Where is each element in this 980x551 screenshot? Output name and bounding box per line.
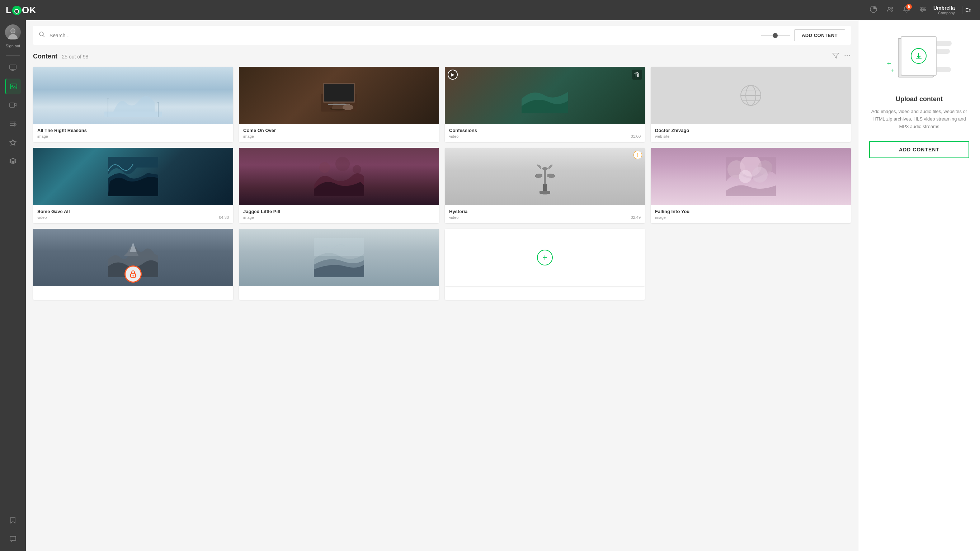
- card-info-1: All The Right Reasons image: [33, 124, 233, 142]
- notification-badge: 5: [906, 4, 912, 10]
- card-title-8: Falling Into You: [655, 209, 846, 214]
- svg-rect-16: [10, 103, 15, 107]
- card-type-4: web site: [655, 134, 669, 139]
- content-card-5[interactable]: Some Gave All video 04:30: [33, 148, 233, 223]
- avatar[interactable]: [5, 24, 21, 40]
- card-info-6: Jagged Little Pill image: [239, 205, 439, 223]
- svg-point-55: [133, 275, 134, 276]
- top-navigation: LOK 5 Umbrella Company En: [0, 0, 980, 20]
- svg-point-22: [40, 32, 43, 36]
- content-title: Content: [33, 53, 57, 60]
- svg-point-44: [353, 165, 361, 174]
- sidebar-item-bookmark[interactable]: [5, 512, 21, 528]
- card-overlay-7: !: [445, 148, 645, 205]
- sign-out-label[interactable]: Sign out: [6, 44, 20, 48]
- svg-line-23: [43, 35, 45, 37]
- card-thumbnail-10: [239, 229, 439, 286]
- delete-icon-3[interactable]: 🗑: [632, 70, 642, 80]
- sidebar-item-chat[interactable]: [5, 531, 21, 547]
- card-type-2: image: [243, 134, 254, 139]
- svg-point-10: [11, 29, 15, 33]
- svg-marker-24: [832, 53, 839, 58]
- content-card-9[interactable]: [33, 229, 233, 300]
- card-type-8: image: [655, 215, 666, 220]
- company-sub: Company: [933, 11, 955, 15]
- card-title-add: -: [449, 290, 641, 295]
- card-thumbnail-5: [33, 148, 233, 205]
- card-info-3: Confessions video 01:00: [445, 124, 645, 142]
- toolbar: ADD CONTENT: [33, 26, 851, 45]
- content-card-6[interactable]: Jagged Little Pill image: [239, 148, 439, 223]
- card-meta-6: image: [243, 215, 435, 220]
- settings-icon[interactable]: [917, 3, 929, 17]
- card-thumbnail-1: [33, 67, 233, 124]
- content-card-1[interactable]: All The Right Reasons image: [33, 67, 233, 142]
- warning-icon-7: !: [633, 151, 642, 159]
- content-card-2[interactable]: Come On Over image: [239, 67, 439, 142]
- svg-marker-21: [10, 140, 16, 145]
- svg-point-1: [888, 7, 890, 10]
- main-layout: Sign out: [0, 20, 980, 551]
- card-type-5: video: [37, 215, 47, 220]
- card-thumbnail-8: [651, 148, 851, 205]
- content-card-add[interactable]: + -: [445, 229, 645, 300]
- upload-plus-2: +: [891, 67, 894, 73]
- zoom-slider[interactable]: [761, 35, 790, 36]
- lock-icon-9: [124, 266, 142, 283]
- content-count: 25 out of 98: [62, 54, 88, 59]
- sidebar-item-playlist[interactable]: [5, 116, 21, 132]
- filter-icon[interactable]: [832, 52, 839, 61]
- notifications-icon[interactable]: 5: [900, 3, 913, 17]
- language-selector[interactable]: En: [962, 6, 974, 14]
- add-content-button[interactable]: ADD CONTENT: [794, 29, 845, 41]
- card-info-9: [33, 286, 233, 295]
- card-meta-4: web site: [655, 134, 846, 139]
- svg-point-42: [319, 162, 330, 173]
- add-content-big-button[interactable]: ADD CONTENT: [869, 141, 969, 158]
- search-input[interactable]: [49, 33, 757, 38]
- content-card-3[interactable]: ▶ 🗑 Confessions video 01:00: [445, 67, 645, 142]
- card-thumbnail-6: [239, 148, 439, 205]
- users-icon[interactable]: [884, 3, 896, 17]
- card-type-7: video: [449, 215, 458, 220]
- avatar-image: [5, 24, 21, 40]
- company-selector[interactable]: Umbrella Company: [933, 5, 955, 15]
- card-title-4: Doctor Zhivago: [655, 128, 846, 133]
- card-thumbnail-9: [33, 229, 233, 286]
- svg-point-27: [849, 55, 850, 56]
- card-title-3: Confessions: [449, 128, 641, 133]
- search-icon: [39, 31, 45, 40]
- svg-point-26: [847, 55, 848, 56]
- sidebar-item-favorites[interactable]: [5, 135, 21, 150]
- svg-point-2: [891, 7, 892, 9]
- content-title-group: Content 25 out of 98: [33, 53, 88, 60]
- content-card-10[interactable]: [239, 229, 439, 300]
- card-overlay-3: ▶ 🗑: [445, 67, 645, 124]
- content-card-7[interactable]: ! Hysteria video 02:49: [445, 148, 645, 223]
- card-title-2: Come On Over: [243, 128, 435, 133]
- sidebar-item-images[interactable]: [5, 78, 21, 94]
- more-options-icon[interactable]: [844, 52, 851, 61]
- svg-rect-14: [10, 84, 17, 89]
- card-info-7: Hysteria video 02:49: [445, 205, 645, 223]
- svg-point-52: [739, 170, 752, 183]
- card-thumbnail-3: ▶ 🗑: [445, 67, 645, 124]
- sidebar-item-video[interactable]: [5, 97, 21, 113]
- sidebar-item-monitor[interactable]: [5, 60, 21, 76]
- analytics-icon[interactable]: [867, 3, 880, 17]
- logo[interactable]: LOK: [6, 5, 37, 16]
- card-type-1: image: [37, 134, 48, 139]
- card-type-3: video: [449, 134, 458, 139]
- sidebar-item-layers[interactable]: [5, 153, 21, 169]
- content-card-4[interactable]: Doctor Zhivago web site: [651, 67, 851, 142]
- content-card-8[interactable]: Falling Into You image: [651, 148, 851, 223]
- card-duration-5: 04:30: [219, 215, 229, 220]
- play-icon-3[interactable]: ▶: [448, 70, 458, 80]
- card-info-8: Falling Into You image: [651, 205, 851, 223]
- card-duration-3: 01:00: [631, 134, 641, 139]
- svg-point-8: [921, 10, 923, 11]
- add-card-thumb[interactable]: +: [445, 229, 645, 286]
- upload-description: Add images, video and audio files, websi…: [869, 108, 969, 130]
- card-duration-7: 02:49: [631, 215, 641, 220]
- svg-marker-20: [15, 123, 16, 126]
